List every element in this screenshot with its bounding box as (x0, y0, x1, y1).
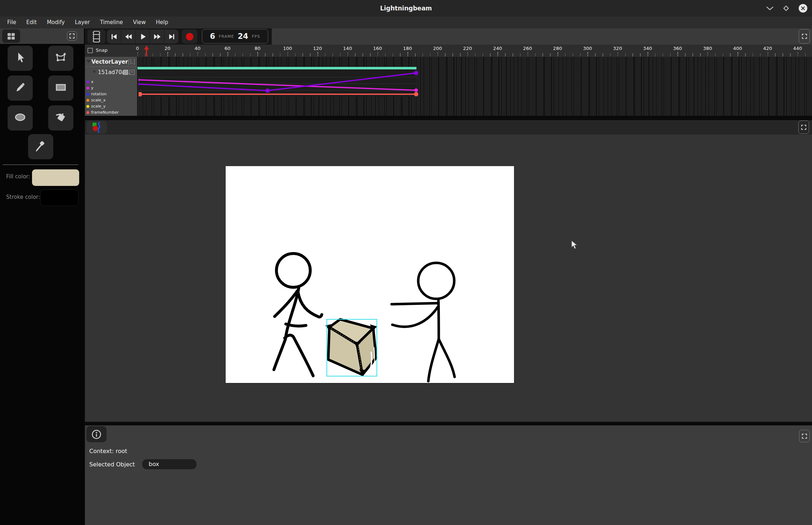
shapes-icon (92, 122, 102, 133)
timeline-fullscreen-button[interactable] (799, 29, 810, 44)
title-bar: Lightningbeam (0, 0, 812, 17)
property-row-scale_x[interactable]: scale_x (85, 97, 138, 104)
layer-row-vectorlayer[interactable]: VectorLayer[L] (85, 57, 138, 67)
ellipse-icon (13, 111, 27, 124)
paint-bucket-icon (54, 111, 67, 125)
sidebar-fullscreen-button[interactable] (67, 31, 77, 41)
ruler-label-320: 320 (613, 46, 622, 51)
current-frame-value[interactable]: 6 (210, 32, 215, 41)
menu-item-edit[interactable]: Edit (21, 17, 42, 28)
mouse-cursor (571, 240, 578, 250)
minimize-icon[interactable] (766, 6, 774, 11)
tool-grid-button[interactable] (2, 29, 20, 43)
select-tool-button[interactable] (8, 46, 33, 71)
layer-list: VectorLayer[L] 151ad70a... ~ xyrotations… (85, 57, 138, 116)
pencil-tool-button[interactable] (8, 76, 33, 101)
info-button[interactable] (86, 426, 107, 442)
property-row-scale_y[interactable]: scale_y (85, 104, 138, 110)
ruler-label-100: 100 (283, 46, 292, 51)
layer-tag: [L] (128, 59, 135, 65)
timeline-tracks[interactable] (139, 57, 812, 116)
canvas-panel (85, 120, 812, 422)
property-row-rotation[interactable]: rotation (85, 91, 138, 97)
play-button[interactable] (136, 29, 150, 44)
menu-item-view[interactable]: View (128, 17, 151, 28)
ruler-label-380: 380 (703, 46, 712, 51)
clip-tilde-button[interactable]: ~ (130, 70, 135, 75)
snap-label: Snap (96, 47, 108, 53)
clip-square-button[interactable] (123, 70, 128, 75)
transform-tool-button[interactable] (48, 46, 73, 71)
ellipse-tool-button[interactable] (8, 105, 33, 131)
menu-item-layer[interactable]: Layer (70, 17, 95, 28)
canvas-fullscreen-button[interactable] (798, 120, 809, 134)
record-button[interactable] (182, 29, 197, 44)
selected-object-label: Selected Object (89, 461, 135, 468)
paint-bucket-tool-button[interactable] (48, 105, 73, 131)
keyframe-dot-frameNumber[interactable] (139, 92, 142, 96)
selected-object-value[interactable]: box (142, 459, 197, 469)
maximize-icon[interactable] (782, 5, 790, 12)
property-name: scale_y (91, 104, 105, 109)
app-window: Lightningbeam FileEditModifyLayerTimelin… (0, 0, 812, 525)
keyframe-dot-y[interactable] (414, 88, 418, 92)
property-name: scale_x (91, 98, 105, 102)
keyframe-dot-y[interactable] (139, 79, 140, 81)
menu-item-help[interactable]: Help (151, 17, 173, 28)
info-fullscreen-button[interactable] (799, 430, 810, 442)
skip-to-start-button[interactable] (107, 29, 121, 44)
property-row-frameNumber[interactable]: frameNumber (85, 110, 138, 116)
fps-caption: FPS (252, 34, 260, 39)
skip-to-end-button[interactable] (164, 29, 179, 44)
collapse-triangle-icon[interactable] (93, 71, 96, 73)
close-button[interactable] (798, 4, 808, 13)
rectangle-tool-button[interactable] (48, 76, 73, 101)
ruler-label-360: 360 (673, 46, 682, 51)
play-icon (139, 32, 147, 41)
shapes-button[interactable] (86, 121, 107, 134)
property-color-dot (86, 99, 89, 102)
fast-forward-button[interactable] (150, 29, 164, 44)
property-name: frameNumber (91, 110, 119, 115)
keyframe-dot-x[interactable] (414, 71, 418, 75)
clip-row[interactable]: 151ad70a... ~ (85, 67, 138, 77)
canvas-area[interactable] (85, 134, 812, 422)
stage-drawing (226, 166, 514, 383)
stick-figure-right[interactable] (392, 263, 455, 381)
eyedropper-tool-button[interactable] (28, 134, 53, 159)
property-name: rotation (91, 92, 107, 96)
timeline-ruler[interactable]: Snap 02040608010012014016018020022024026… (85, 45, 812, 57)
ruler-label-240: 240 (493, 46, 502, 51)
property-row-y[interactable]: y (85, 85, 138, 91)
frame-caption: FRAME (219, 34, 234, 39)
frame-fps-display: 6 FRAME 24 FPS (202, 29, 268, 44)
ruler-label-400: 400 (733, 46, 742, 51)
fill-color-swatch[interactable] (32, 169, 79, 186)
fullscreen-icon (800, 124, 807, 131)
animation-curves[interactable] (139, 57, 812, 116)
ruler-label-160: 160 (373, 46, 382, 51)
keyframe-dot-x[interactable] (139, 83, 140, 86)
menu-item-file[interactable]: File (2, 17, 21, 28)
film-button[interactable] (87, 29, 105, 44)
playhead[interactable] (144, 45, 149, 56)
menu-item-modify[interactable]: Modify (42, 17, 70, 28)
stick-figure-left[interactable] (274, 254, 322, 376)
stage-page[interactable] (226, 166, 514, 383)
collapse-triangle-icon[interactable] (86, 60, 91, 63)
curve-y[interactable] (139, 80, 416, 90)
menu-bar: FileEditModifyLayerTimelineViewHelp (0, 17, 812, 28)
box-object[interactable] (328, 319, 376, 375)
snap-checkbox[interactable] (87, 48, 93, 53)
timeline-panel: 6 FRAME 24 FPS Snap 02040608010012014016… (85, 28, 812, 116)
stroke-color-swatch[interactable] (41, 190, 78, 206)
rewind-button[interactable] (121, 29, 135, 44)
fps-value[interactable]: 24 (238, 32, 248, 41)
keyframe-dot-x[interactable] (265, 88, 270, 93)
skip-to-start-icon (110, 32, 118, 41)
info-panel: Context: root Selected Object box (85, 425, 812, 525)
ruler-label-300: 300 (583, 46, 592, 51)
menu-item-timeline[interactable]: Timeline (95, 17, 128, 28)
property-row-x[interactable]: x (85, 79, 138, 85)
keyframe-dot-frameNumber[interactable] (414, 92, 418, 96)
